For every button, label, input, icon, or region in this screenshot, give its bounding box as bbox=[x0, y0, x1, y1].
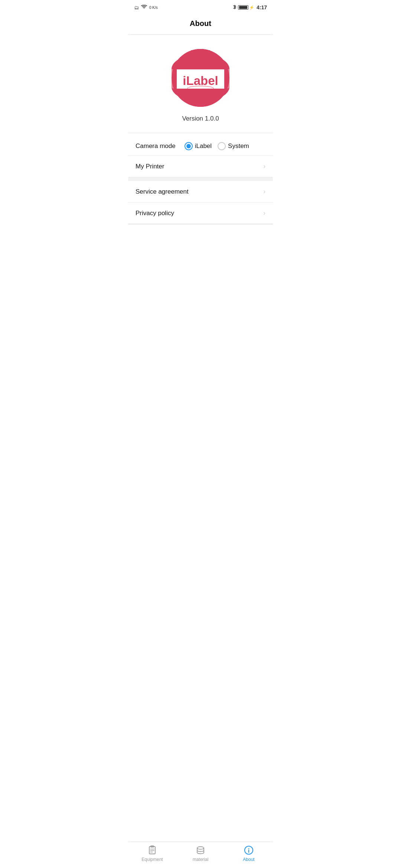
camera-mode-row: Camera mode iLabel System bbox=[128, 137, 273, 156]
sim-icon: 🗂 bbox=[134, 5, 139, 10]
svg-text:iLabel: iLabel bbox=[183, 74, 218, 88]
service-agreement-row[interactable]: Service agreement › bbox=[128, 181, 273, 203]
version-text: Version 1.0.0 bbox=[182, 115, 219, 122]
version-divider bbox=[128, 133, 273, 133]
status-time: 4:17 bbox=[257, 4, 267, 10]
battery-level: ⚡ bbox=[249, 5, 254, 10]
service-agreement-chevron: › bbox=[263, 188, 265, 195]
data-speed: 0 K/s bbox=[149, 6, 158, 10]
page-title: About bbox=[128, 13, 273, 34]
bluetooth-icon bbox=[233, 4, 237, 11]
status-bar: 🗂 0 K/s ⚡ 4:17 bbox=[128, 0, 273, 13]
status-left: 🗂 0 K/s bbox=[134, 5, 158, 10]
bottom-spacer bbox=[128, 224, 273, 254]
radio-ilabel-label: iLabel bbox=[195, 142, 212, 150]
camera-mode-label: Camera mode bbox=[136, 142, 176, 150]
battery-indicator: ⚡ bbox=[238, 5, 254, 10]
status-right: ⚡ 4:17 bbox=[233, 4, 267, 11]
privacy-policy-chevron: › bbox=[263, 209, 265, 217]
radio-system-label: System bbox=[228, 142, 249, 150]
my-printer-chevron: › bbox=[263, 162, 265, 170]
section-separator bbox=[128, 177, 273, 181]
settings-section: Camera mode iLabel System My Printer › S… bbox=[128, 137, 273, 224]
my-printer-label: My Printer bbox=[136, 163, 263, 170]
radio-ilabel-circle[interactable] bbox=[185, 142, 193, 150]
wifi-icon bbox=[141, 5, 147, 10]
logo-section: iLabel iLabel bbox=[128, 35, 273, 133]
app-logo: iLabel iLabel bbox=[171, 48, 230, 108]
my-printer-row[interactable]: My Printer › bbox=[128, 156, 273, 177]
radio-system-circle[interactable] bbox=[218, 142, 226, 150]
service-agreement-label: Service agreement bbox=[136, 188, 263, 195]
camera-mode-system-option[interactable]: System bbox=[218, 142, 249, 150]
privacy-policy-row[interactable]: Privacy policy › bbox=[128, 203, 273, 224]
camera-mode-ilabel-option[interactable]: iLabel bbox=[185, 142, 212, 150]
radio-ilabel-dot bbox=[186, 144, 191, 148]
privacy-policy-label: Privacy policy bbox=[136, 210, 263, 217]
